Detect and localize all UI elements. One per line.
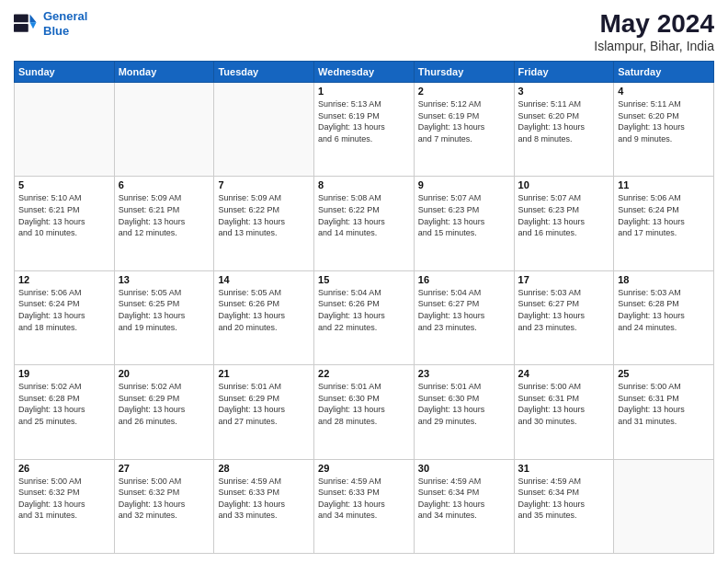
calendar-cell: 7Sunrise: 5:09 AM Sunset: 6:22 PM Daylig… [214, 177, 314, 270]
title-block: May 2024 Islampur, Bihar, India [594, 9, 714, 53]
calendar-cell: 15Sunrise: 5:04 AM Sunset: 6:26 PM Dayli… [314, 270, 415, 364]
day-number: 22 [318, 368, 410, 379]
weekday-header: Wednesday [314, 62, 415, 83]
day-info: Sunrise: 5:00 AM Sunset: 6:31 PM Dayligh… [618, 381, 710, 427]
svg-marker-1 [30, 14, 37, 22]
calendar-cell: 27Sunrise: 5:00 AM Sunset: 6:32 PM Dayli… [114, 459, 214, 553]
day-info: Sunrise: 5:07 AM Sunset: 6:23 PM Dayligh… [418, 192, 510, 238]
calendar-cell: 31Sunrise: 4:59 AM Sunset: 6:34 PM Dayli… [514, 459, 614, 553]
logo-blue: Blue [43, 24, 69, 38]
day-info: Sunrise: 5:06 AM Sunset: 6:24 PM Dayligh… [618, 192, 710, 238]
day-number: 24 [518, 368, 610, 379]
calendar-table: SundayMondayTuesdayWednesdayThursdayFrid… [14, 61, 714, 554]
weekday-header: Saturday [614, 62, 714, 83]
page: General Blue May 2024 Islampur, Bihar, I… [0, 0, 728, 563]
day-number: 11 [618, 179, 710, 190]
calendar-cell: 18Sunrise: 5:03 AM Sunset: 6:28 PM Dayli… [614, 270, 714, 364]
day-number: 30 [418, 463, 510, 474]
calendar-cell: 17Sunrise: 5:03 AM Sunset: 6:27 PM Dayli… [514, 270, 614, 364]
subtitle: Islampur, Bihar, India [594, 39, 714, 53]
calendar-cell [114, 83, 214, 177]
calendar-cell: 9Sunrise: 5:07 AM Sunset: 6:23 PM Daylig… [414, 177, 514, 270]
svg-marker-2 [30, 22, 37, 29]
day-number: 14 [218, 274, 310, 285]
day-info: Sunrise: 5:04 AM Sunset: 6:27 PM Dayligh… [418, 287, 510, 333]
weekday-header: Friday [514, 62, 614, 83]
day-info: Sunrise: 5:06 AM Sunset: 6:24 PM Dayligh… [18, 287, 110, 333]
day-number: 27 [119, 463, 210, 474]
day-number: 3 [518, 86, 610, 97]
day-number: 20 [119, 368, 210, 379]
calendar-cell: 21Sunrise: 5:01 AM Sunset: 6:29 PM Dayli… [214, 365, 314, 459]
calendar-week-row: 1Sunrise: 5:13 AM Sunset: 6:19 PM Daylig… [15, 83, 714, 177]
day-number: 23 [418, 368, 510, 379]
calendar-cell [214, 83, 314, 177]
day-info: Sunrise: 4:59 AM Sunset: 6:34 PM Dayligh… [418, 476, 510, 522]
main-title: May 2024 [594, 9, 714, 39]
calendar-cell: 19Sunrise: 5:02 AM Sunset: 6:28 PM Dayli… [15, 365, 115, 459]
day-info: Sunrise: 5:09 AM Sunset: 6:21 PM Dayligh… [119, 192, 210, 238]
day-info: Sunrise: 4:59 AM Sunset: 6:33 PM Dayligh… [218, 476, 310, 522]
day-info: Sunrise: 5:03 AM Sunset: 6:27 PM Dayligh… [518, 287, 610, 333]
day-number: 5 [18, 179, 110, 190]
calendar-header: SundayMondayTuesdayWednesdayThursdayFrid… [15, 62, 714, 83]
day-info: Sunrise: 5:03 AM Sunset: 6:28 PM Dayligh… [618, 287, 710, 333]
calendar-cell: 24Sunrise: 5:00 AM Sunset: 6:31 PM Dayli… [514, 365, 614, 459]
calendar-cell: 1Sunrise: 5:13 AM Sunset: 6:19 PM Daylig… [314, 83, 415, 177]
weekday-header: Tuesday [214, 62, 314, 83]
logo-icon [14, 11, 40, 37]
calendar-cell: 5Sunrise: 5:10 AM Sunset: 6:21 PM Daylig… [15, 177, 115, 270]
day-number: 10 [518, 179, 610, 190]
day-number: 7 [218, 179, 310, 190]
day-number: 15 [318, 274, 410, 285]
calendar-week-row: 12Sunrise: 5:06 AM Sunset: 6:24 PM Dayli… [15, 270, 714, 364]
day-info: Sunrise: 5:00 AM Sunset: 6:32 PM Dayligh… [119, 476, 210, 522]
logo: General Blue [14, 9, 87, 38]
day-number: 18 [618, 274, 710, 285]
day-info: Sunrise: 5:05 AM Sunset: 6:25 PM Dayligh… [119, 287, 210, 333]
day-number: 25 [618, 368, 710, 379]
weekday-header: Sunday [15, 62, 115, 83]
calendar-cell: 3Sunrise: 5:11 AM Sunset: 6:20 PM Daylig… [514, 83, 614, 177]
calendar-cell [614, 459, 714, 553]
calendar-cell: 25Sunrise: 5:00 AM Sunset: 6:31 PM Dayli… [614, 365, 714, 459]
day-number: 2 [418, 86, 510, 97]
day-info: Sunrise: 4:59 AM Sunset: 6:34 PM Dayligh… [518, 476, 610, 522]
calendar-body: 1Sunrise: 5:13 AM Sunset: 6:19 PM Daylig… [15, 83, 714, 554]
weekday-row: SundayMondayTuesdayWednesdayThursdayFrid… [15, 62, 714, 83]
calendar-cell: 4Sunrise: 5:11 AM Sunset: 6:20 PM Daylig… [614, 83, 714, 177]
day-info: Sunrise: 5:10 AM Sunset: 6:21 PM Dayligh… [18, 192, 110, 238]
calendar-cell: 10Sunrise: 5:07 AM Sunset: 6:23 PM Dayli… [514, 177, 614, 270]
day-number: 17 [518, 274, 610, 285]
day-number: 29 [318, 463, 410, 474]
logo-general: General [43, 9, 87, 23]
day-number: 4 [618, 86, 710, 97]
calendar-cell: 8Sunrise: 5:08 AM Sunset: 6:22 PM Daylig… [314, 177, 415, 270]
header: General Blue May 2024 Islampur, Bihar, I… [14, 9, 714, 53]
day-info: Sunrise: 5:07 AM Sunset: 6:23 PM Dayligh… [518, 192, 610, 238]
calendar-week-row: 19Sunrise: 5:02 AM Sunset: 6:28 PM Dayli… [15, 365, 714, 459]
calendar-cell: 23Sunrise: 5:01 AM Sunset: 6:30 PM Dayli… [414, 365, 514, 459]
calendar-cell [15, 83, 115, 177]
day-number: 6 [119, 179, 210, 190]
svg-rect-3 [14, 14, 28, 22]
day-info: Sunrise: 4:59 AM Sunset: 6:33 PM Dayligh… [318, 476, 410, 522]
day-info: Sunrise: 5:08 AM Sunset: 6:22 PM Dayligh… [318, 192, 410, 238]
day-info: Sunrise: 5:13 AM Sunset: 6:19 PM Dayligh… [318, 98, 410, 144]
svg-rect-4 [14, 24, 28, 32]
day-number: 16 [418, 274, 510, 285]
calendar-cell: 26Sunrise: 5:00 AM Sunset: 6:32 PM Dayli… [15, 459, 115, 553]
calendar-cell: 30Sunrise: 4:59 AM Sunset: 6:34 PM Dayli… [414, 459, 514, 553]
logo-text: General Blue [43, 9, 87, 38]
day-info: Sunrise: 5:09 AM Sunset: 6:22 PM Dayligh… [218, 192, 310, 238]
calendar-cell: 29Sunrise: 4:59 AM Sunset: 6:33 PM Dayli… [314, 459, 415, 553]
day-number: 13 [119, 274, 210, 285]
calendar-cell: 12Sunrise: 5:06 AM Sunset: 6:24 PM Dayli… [15, 270, 115, 364]
calendar-cell: 22Sunrise: 5:01 AM Sunset: 6:30 PM Dayli… [314, 365, 415, 459]
day-number: 1 [318, 86, 410, 97]
day-info: Sunrise: 5:00 AM Sunset: 6:31 PM Dayligh… [518, 381, 610, 427]
calendar-cell: 11Sunrise: 5:06 AM Sunset: 6:24 PM Dayli… [614, 177, 714, 270]
calendar-cell: 20Sunrise: 5:02 AM Sunset: 6:29 PM Dayli… [114, 365, 214, 459]
calendar-cell: 13Sunrise: 5:05 AM Sunset: 6:25 PM Dayli… [114, 270, 214, 364]
day-number: 19 [18, 368, 110, 379]
